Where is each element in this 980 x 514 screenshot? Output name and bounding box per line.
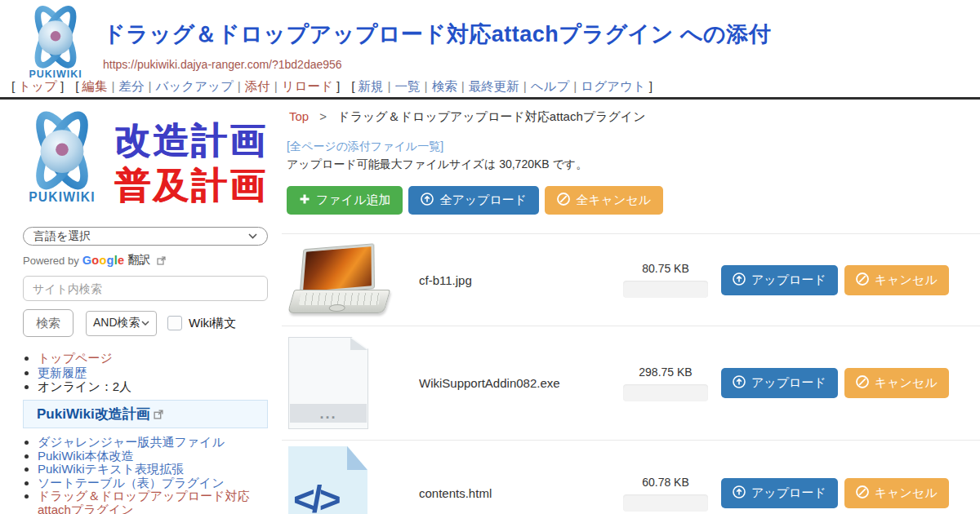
sidebar-logo-slogan: 改造計画 普及計画 xyxy=(114,117,268,207)
breadcrumb-separator: > xyxy=(319,109,327,123)
translate-label[interactable]: 翻訳 xyxy=(127,253,150,268)
file-size: 80.75 KB xyxy=(623,262,708,275)
external-link-icon xyxy=(157,256,166,265)
upload-button[interactable]: アップロード xyxy=(721,478,838,508)
all-pages-attach-link[interactable]: [全ページの添付ファイル一覧] xyxy=(287,140,443,154)
nav-reload[interactable]: リロード xyxy=(282,79,333,93)
nav-search[interactable]: 検索 xyxy=(432,79,457,93)
sidebar-link-update-history[interactable]: 更新履歴 xyxy=(38,366,87,379)
nav-recent[interactable]: 最終更新 xyxy=(469,79,519,93)
ban-icon xyxy=(856,375,869,391)
header-text: ドラッグ＆ドロップアップロード対応attachプラグイン への添付 https:… xyxy=(103,20,771,71)
file-size: 298.75 KB xyxy=(623,366,708,379)
cancel-button[interactable]: キャンセル xyxy=(844,265,949,295)
chevron-down-icon xyxy=(248,233,257,239)
language-select-value: 言語を選択 xyxy=(33,229,91,244)
list-item: ドラッグ＆ドロップアップロード対応attachプラグイン xyxy=(38,490,283,514)
nav-logout[interactable]: ログアウト xyxy=(581,79,645,93)
file-row: cf-b11.jpg 80.75 KB アップロード xyxy=(282,233,980,326)
nav-help[interactable]: ヘルプ xyxy=(531,79,570,93)
file-row: </> contents.html 60.78 KB アップロード xyxy=(282,440,980,514)
page-title: ドラッグ＆ドロップアップロード対応attachプラグイン への添付 xyxy=(103,20,771,49)
ban-icon xyxy=(856,273,869,288)
atom-icon: PUKIWIKI xyxy=(16,5,95,82)
top-nav: [トップ][編集|差分|バックアップ|添付|リロード][新規|一覧|検索|最終更… xyxy=(8,78,656,95)
sidebar-plugin-links: ダジャレンジャー版共通ファイル PukiWiki本体改造 PukiWikiテキス… xyxy=(38,436,283,514)
google-logo-text: Google xyxy=(82,254,125,267)
search-mode-select[interactable]: AND検索 xyxy=(86,311,157,336)
upload-circle-icon xyxy=(733,375,746,391)
file-name: cf-b11.jpg xyxy=(419,273,623,287)
ban-icon xyxy=(856,485,869,501)
file-name: WikiSupportAddin082.exe xyxy=(419,376,623,390)
list-item: トップページ xyxy=(38,351,131,365)
sidebar-link-dnd-attach[interactable]: ドラッグ＆ドロップアップロード対応attachプラグイン xyxy=(38,489,250,514)
action-buttons: ファイル追加 全アップロード 全キャンセル xyxy=(287,186,663,215)
list-item: ソートテーブル（表）プラグイン xyxy=(38,476,283,490)
wiki-syntax-label: Wiki構文 xyxy=(189,316,236,331)
sidebar-link-dajya-common[interactable]: ダジャレンジャー版共通ファイル xyxy=(38,435,225,449)
nav-list[interactable]: 一覧 xyxy=(395,79,421,93)
sidebar-heading-pukiwiki-kaizou[interactable]: PukiWiki改造計画 xyxy=(23,400,268,428)
pukiwiki-page: PUKIWIKI ドラッグ＆ドロップアップロード対応attachプラグイン への… xyxy=(0,0,980,514)
breadcrumb: Top > ドラッグ＆ドロップアップロード対応attachプラグイン xyxy=(289,109,646,125)
sidebar-link-top-page[interactable]: トップページ xyxy=(38,351,113,365)
nav-diff[interactable]: 差分 xyxy=(119,79,145,93)
cancel-button[interactable]: キャンセル xyxy=(844,478,949,508)
breadcrumb-top-link[interactable]: Top xyxy=(289,109,309,123)
file-row: ... WikiSupportAddin082.exe 298.75 KB アッ… xyxy=(282,326,980,440)
slogan-line-kaizou: 改造計画 xyxy=(114,117,268,162)
search-controls: 検索 AND検索 Wiki構文 xyxy=(23,309,236,337)
search-button[interactable]: 検索 xyxy=(23,309,74,337)
upload-button[interactable]: アップロード xyxy=(721,265,838,295)
nav-new[interactable]: 新規 xyxy=(359,79,384,93)
upload-all-button[interactable]: 全アップロード xyxy=(408,186,539,215)
nav-attach[interactable]: 添付 xyxy=(245,79,270,93)
progress-bar xyxy=(623,494,708,512)
breadcrumb-current: ドラッグ＆ドロップアップロード対応attachプラグイン xyxy=(337,109,645,123)
list-item: ダジャレンジャー版共通ファイル xyxy=(38,436,283,450)
list-item: PukiWiki本体改造 xyxy=(38,450,283,463)
add-file-button[interactable]: ファイル追加 xyxy=(287,186,403,215)
sidebar-logo[interactable]: PUKIWIKI 改造計画 普及計画 xyxy=(13,111,268,207)
code-glyph: </> xyxy=(293,477,338,514)
upload-button[interactable]: アップロード xyxy=(721,368,838,398)
cancel-all-button[interactable]: 全キャンセル xyxy=(545,186,663,215)
plus-icon xyxy=(299,193,310,207)
nav-backup[interactable]: バックアップ xyxy=(156,79,234,93)
generic-file-icon: ... xyxy=(288,337,368,429)
online-count: オンライン：2人 xyxy=(38,379,131,393)
site-search-input[interactable] xyxy=(23,276,268,301)
laptop-photo-thumbnail xyxy=(288,244,391,316)
main-content: Top > ドラッグ＆ドロップアップロード対応attachプラグイン [全ページ… xyxy=(282,100,980,514)
nav-top[interactable]: トップ xyxy=(18,79,57,93)
language-select[interactable]: 言語を選択 xyxy=(23,227,268,246)
nav-edit[interactable]: 編集 xyxy=(82,79,108,93)
sidebar-link-text-ext[interactable]: PukiWikiテキスト表現拡張 xyxy=(38,462,184,476)
upload-circle-icon xyxy=(733,273,746,288)
sidebar-top-links: トップページ 更新履歴 オンライン：2人 xyxy=(38,351,131,394)
atom-icon: PUKIWIKI xyxy=(13,111,111,206)
max-size-note: アップロード可能最大ファイルサイズは 30,720KB です。 xyxy=(287,157,587,172)
chevron-down-icon xyxy=(141,321,149,326)
slogan-line-fukyuu: 普及計画 xyxy=(114,162,268,207)
upload-circle-icon xyxy=(733,485,746,501)
external-link-icon xyxy=(154,410,163,419)
powered-by-label: Powered by xyxy=(23,255,79,267)
file-upload-list: cf-b11.jpg 80.75 KB アップロード xyxy=(282,233,980,514)
sidebar-link-sort-table[interactable]: ソートテーブル（表）プラグイン xyxy=(38,476,225,490)
list-item: PukiWikiテキスト表現拡張 xyxy=(38,463,283,476)
sidebar: PUKIWIKI 改造計画 普及計画 言語を選択 Powered by Goog… xyxy=(0,100,282,514)
upload-circle-icon xyxy=(421,193,434,208)
search-mode-value: AND検索 xyxy=(93,316,140,330)
progress-bar xyxy=(623,384,708,401)
svg-text:PUKIWIKI: PUKIWIKI xyxy=(29,190,96,204)
file-name: contents.html xyxy=(419,486,623,500)
cancel-button[interactable]: キャンセル xyxy=(844,368,949,398)
page-url[interactable]: https://pukiwiki.dajya-ranger.com/?1bd2d… xyxy=(103,58,771,71)
pukiwiki-logo[interactable]: PUKIWIKI xyxy=(16,5,95,82)
file-icon-dots: ... xyxy=(290,404,367,423)
wiki-syntax-checkbox[interactable] xyxy=(167,316,182,330)
html-code-file-icon: </> xyxy=(288,446,368,514)
sidebar-link-pukiwiki-core[interactable]: PukiWiki本体改造 xyxy=(38,449,134,463)
